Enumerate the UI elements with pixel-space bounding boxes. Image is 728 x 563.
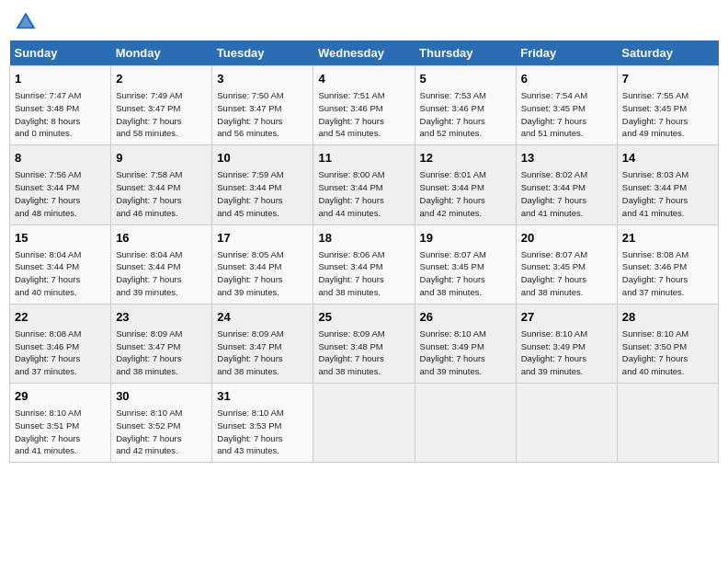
day-number: 20 bbox=[521, 230, 612, 247]
calendar-cell bbox=[415, 384, 516, 463]
day-number: 18 bbox=[318, 230, 409, 247]
day-info: Sunrise: 8:09 AMSunset: 3:48 PMDaylight:… bbox=[318, 327, 409, 378]
calendar-header: SundayMondayTuesdayWednesdayThursdayFrid… bbox=[10, 40, 719, 66]
day-number: 2 bbox=[116, 71, 207, 87]
day-info: Sunrise: 7:49 AMSunset: 3:47 PMDaylight:… bbox=[116, 89, 207, 140]
day-info: Sunrise: 8:06 AMSunset: 3:44 PMDaylight:… bbox=[318, 248, 409, 299]
day-number: 7 bbox=[622, 71, 713, 87]
day-info: Sunrise: 8:09 AMSunset: 3:47 PMDaylight:… bbox=[217, 327, 308, 378]
calendar-cell: 21Sunrise: 8:08 AMSunset: 3:46 PMDayligh… bbox=[617, 224, 718, 304]
day-info: Sunrise: 8:04 AMSunset: 3:44 PMDaylight:… bbox=[15, 248, 106, 299]
calendar-cell: 11Sunrise: 8:00 AMSunset: 3:44 PMDayligh… bbox=[313, 145, 415, 224]
day-number: 31 bbox=[217, 388, 308, 405]
page-header bbox=[9, 9, 719, 35]
calendar-cell: 22Sunrise: 8:08 AMSunset: 3:46 PMDayligh… bbox=[10, 304, 111, 383]
logo-icon bbox=[13, 9, 39, 35]
calendar-cell: 10Sunrise: 7:59 AMSunset: 3:44 PMDayligh… bbox=[212, 145, 313, 224]
day-info: Sunrise: 8:08 AMSunset: 3:46 PMDaylight:… bbox=[622, 248, 713, 299]
day-number: 9 bbox=[116, 150, 207, 167]
calendar-body: 1Sunrise: 7:47 AMSunset: 3:48 PMDaylight… bbox=[10, 66, 719, 463]
day-number: 28 bbox=[622, 309, 713, 326]
header-cell-tuesday: Tuesday bbox=[212, 40, 313, 66]
calendar-cell: 14Sunrise: 8:03 AMSunset: 3:44 PMDayligh… bbox=[617, 145, 718, 224]
calendar-week-1: 8Sunrise: 7:56 AMSunset: 3:44 PMDaylight… bbox=[10, 145, 719, 224]
day-info: Sunrise: 8:01 AMSunset: 3:44 PMDaylight:… bbox=[420, 168, 511, 219]
calendar-cell: 28Sunrise: 8:10 AMSunset: 3:50 PMDayligh… bbox=[617, 304, 718, 383]
calendar-cell: 25Sunrise: 8:09 AMSunset: 3:48 PMDayligh… bbox=[313, 304, 415, 383]
calendar-cell: 6Sunrise: 7:54 AMSunset: 3:45 PMDaylight… bbox=[516, 66, 617, 145]
day-info: Sunrise: 8:00 AMSunset: 3:44 PMDaylight:… bbox=[318, 168, 409, 219]
day-info: Sunrise: 7:54 AMSunset: 3:45 PMDaylight:… bbox=[521, 89, 612, 140]
day-number: 26 bbox=[420, 309, 511, 326]
logo bbox=[13, 9, 42, 35]
calendar-cell bbox=[516, 384, 617, 463]
calendar-cell: 17Sunrise: 8:05 AMSunset: 3:44 PMDayligh… bbox=[212, 224, 313, 304]
day-number: 17 bbox=[217, 230, 308, 247]
header-row: SundayMondayTuesdayWednesdayThursdayFrid… bbox=[10, 40, 719, 66]
day-info: Sunrise: 8:07 AMSunset: 3:45 PMDaylight:… bbox=[420, 248, 511, 299]
calendar-cell bbox=[617, 384, 718, 463]
calendar-cell: 13Sunrise: 8:02 AMSunset: 3:44 PMDayligh… bbox=[516, 145, 617, 224]
day-info: Sunrise: 8:09 AMSunset: 3:47 PMDaylight:… bbox=[116, 327, 207, 378]
calendar-table: SundayMondayTuesdayWednesdayThursdayFrid… bbox=[9, 40, 719, 463]
calendar-cell: 12Sunrise: 8:01 AMSunset: 3:44 PMDayligh… bbox=[415, 145, 516, 224]
calendar-cell: 5Sunrise: 7:53 AMSunset: 3:46 PMDaylight… bbox=[415, 66, 516, 145]
header-cell-sunday: Sunday bbox=[10, 40, 111, 66]
day-number: 8 bbox=[15, 150, 106, 167]
day-number: 14 bbox=[622, 150, 713, 167]
day-number: 29 bbox=[15, 388, 106, 405]
calendar-cell: 19Sunrise: 8:07 AMSunset: 3:45 PMDayligh… bbox=[415, 224, 516, 304]
calendar-week-3: 22Sunrise: 8:08 AMSunset: 3:46 PMDayligh… bbox=[10, 304, 719, 383]
day-number: 5 bbox=[420, 71, 511, 87]
day-info: Sunrise: 8:02 AMSunset: 3:44 PMDaylight:… bbox=[521, 168, 612, 219]
day-number: 11 bbox=[318, 150, 409, 167]
calendar-cell: 18Sunrise: 8:06 AMSunset: 3:44 PMDayligh… bbox=[313, 224, 415, 304]
day-info: Sunrise: 8:10 AMSunset: 3:52 PMDaylight:… bbox=[116, 407, 207, 457]
day-number: 3 bbox=[217, 71, 308, 87]
day-info: Sunrise: 7:58 AMSunset: 3:44 PMDaylight:… bbox=[116, 168, 207, 219]
day-number: 22 bbox=[15, 309, 106, 326]
header-cell-wednesday: Wednesday bbox=[313, 40, 415, 66]
calendar-cell: 1Sunrise: 7:47 AMSunset: 3:48 PMDaylight… bbox=[10, 66, 111, 145]
calendar-cell: 24Sunrise: 8:09 AMSunset: 3:47 PMDayligh… bbox=[212, 304, 313, 383]
calendar-cell bbox=[313, 384, 415, 463]
day-info: Sunrise: 8:10 AMSunset: 3:50 PMDaylight:… bbox=[622, 327, 713, 378]
day-info: Sunrise: 7:51 AMSunset: 3:46 PMDaylight:… bbox=[318, 89, 409, 140]
calendar-cell: 20Sunrise: 8:07 AMSunset: 3:45 PMDayligh… bbox=[516, 224, 617, 304]
day-number: 4 bbox=[318, 71, 409, 87]
day-number: 10 bbox=[217, 150, 308, 167]
day-info: Sunrise: 7:50 AMSunset: 3:47 PMDaylight:… bbox=[217, 89, 308, 140]
day-number: 21 bbox=[622, 230, 713, 247]
header-cell-friday: Friday bbox=[516, 40, 617, 66]
day-info: Sunrise: 8:04 AMSunset: 3:44 PMDaylight:… bbox=[116, 248, 207, 299]
header-cell-saturday: Saturday bbox=[617, 40, 718, 66]
calendar-cell: 29Sunrise: 8:10 AMSunset: 3:51 PMDayligh… bbox=[10, 384, 111, 463]
day-info: Sunrise: 8:10 AMSunset: 3:49 PMDaylight:… bbox=[521, 327, 612, 378]
calendar-cell: 30Sunrise: 8:10 AMSunset: 3:52 PMDayligh… bbox=[111, 384, 212, 463]
day-number: 6 bbox=[521, 71, 612, 87]
calendar-cell: 23Sunrise: 8:09 AMSunset: 3:47 PMDayligh… bbox=[111, 304, 212, 383]
day-info: Sunrise: 8:07 AMSunset: 3:45 PMDaylight:… bbox=[521, 248, 612, 299]
day-number: 12 bbox=[420, 150, 511, 167]
calendar-cell: 15Sunrise: 8:04 AMSunset: 3:44 PMDayligh… bbox=[10, 224, 111, 304]
day-number: 16 bbox=[116, 230, 207, 247]
day-info: Sunrise: 7:53 AMSunset: 3:46 PMDaylight:… bbox=[420, 89, 511, 140]
day-info: Sunrise: 8:10 AMSunset: 3:51 PMDaylight:… bbox=[15, 407, 106, 457]
day-number: 15 bbox=[15, 230, 106, 247]
day-number: 13 bbox=[521, 150, 612, 167]
day-info: Sunrise: 8:05 AMSunset: 3:44 PMDaylight:… bbox=[217, 248, 308, 299]
day-number: 25 bbox=[318, 309, 409, 326]
day-info: Sunrise: 8:10 AMSunset: 3:53 PMDaylight:… bbox=[217, 407, 308, 457]
day-info: Sunrise: 7:59 AMSunset: 3:44 PMDaylight:… bbox=[217, 168, 308, 219]
day-number: 27 bbox=[521, 309, 612, 326]
calendar-week-2: 15Sunrise: 8:04 AMSunset: 3:44 PMDayligh… bbox=[10, 224, 719, 304]
day-info: Sunrise: 8:10 AMSunset: 3:49 PMDaylight:… bbox=[420, 327, 511, 378]
calendar-cell: 8Sunrise: 7:56 AMSunset: 3:44 PMDaylight… bbox=[10, 145, 111, 224]
calendar-week-0: 1Sunrise: 7:47 AMSunset: 3:48 PMDaylight… bbox=[10, 66, 719, 145]
calendar-cell: 2Sunrise: 7:49 AMSunset: 3:47 PMDaylight… bbox=[111, 66, 212, 145]
calendar-cell: 31Sunrise: 8:10 AMSunset: 3:53 PMDayligh… bbox=[212, 384, 313, 463]
calendar-cell: 16Sunrise: 8:04 AMSunset: 3:44 PMDayligh… bbox=[111, 224, 212, 304]
calendar-cell: 26Sunrise: 8:10 AMSunset: 3:49 PMDayligh… bbox=[415, 304, 516, 383]
day-info: Sunrise: 8:08 AMSunset: 3:46 PMDaylight:… bbox=[15, 327, 106, 378]
calendar-cell: 27Sunrise: 8:10 AMSunset: 3:49 PMDayligh… bbox=[516, 304, 617, 383]
